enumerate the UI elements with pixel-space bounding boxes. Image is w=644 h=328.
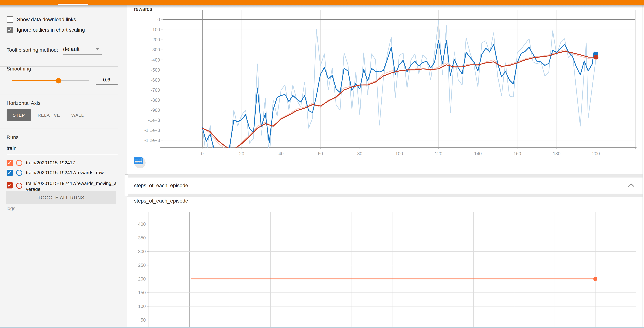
run-checkbox[interactable]: ✓ [6, 170, 13, 176]
svg-text:300: 300 [138, 249, 146, 254]
run-checkbox[interactable]: ✓ [6, 182, 13, 188]
svg-text:250: 250 [138, 263, 146, 268]
fit-to-data-icon [134, 157, 143, 164]
scalars-dashboard: rewards 0-100-200-300-400-500-600-700-80… [127, 5, 643, 328]
svg-text:-400: -400 [151, 57, 160, 62]
svg-text:-600: -600 [151, 77, 160, 83]
axis-button-step[interactable]: STEP [6, 109, 31, 121]
svg-text:-200: -200 [151, 37, 160, 42]
logdir-label: logs [6, 206, 15, 211]
svg-text:100: 100 [395, 151, 403, 156]
section-header-steps-of-each-episode[interactable]: steps_of_each_episode [127, 177, 642, 194]
section-title: steps_of_each_episode [134, 183, 188, 188]
run-row[interactable]: ✓ train/20201015-192417/rewards_moving_a… [6, 180, 118, 192]
rewards-chart-card: rewards 0-100-200-300-400-500-600-700-80… [127, 5, 642, 174]
svg-text:180: 180 [553, 151, 560, 156]
svg-text:60: 60 [318, 151, 323, 156]
tooltip-sorting-value: default [63, 46, 80, 52]
svg-text:140: 140 [474, 151, 482, 156]
svg-text:40: 40 [278, 151, 284, 156]
svg-text:-1e+3: -1e+3 [148, 118, 160, 123]
sidebar-scrollbar-thumb[interactable] [125, 174, 128, 196]
svg-text:-900: -900 [151, 108, 160, 113]
runs-label: Runs [6, 134, 18, 140]
run-label: train/20201015-192417 [26, 160, 75, 166]
svg-text:400: 400 [138, 221, 146, 227]
checkbox-label: Show data download links [17, 17, 76, 22]
runs-filter-input[interactable] [6, 145, 116, 151]
dropdown-arrow-icon[interactable] [95, 48, 99, 50]
svg-text:-700: -700 [151, 87, 160, 93]
active-tab-indicator [58, 4, 88, 5]
smoothing-label: Smoothing [6, 66, 31, 72]
collapse-chevron-icon[interactable] [628, 183, 635, 187]
page-scrollbar-gutter[interactable] [642, 5, 644, 328]
smoothing-slider-fill [12, 80, 58, 81]
svg-text:-100: -100 [151, 27, 160, 32]
svg-text:350: 350 [138, 235, 146, 240]
steps-line-chart[interactable]: 40035030025020015010050 [127, 197, 642, 328]
checkbox-label: Ignore outliers in chart scaling [17, 27, 85, 33]
tooltip-sorting-dropdown[interactable]: default [63, 46, 80, 52]
svg-text:-800: -800 [151, 98, 160, 103]
check-icon: ✓ [8, 160, 12, 165]
rewards-line-chart[interactable]: 0-100-200-300-400-500-600-700-800-900-1e… [127, 5, 642, 174]
svg-text:160: 160 [514, 151, 521, 156]
runs-filter-underline [6, 154, 118, 154]
svg-text:120: 120 [435, 151, 442, 156]
check-icon: ✓ [8, 27, 12, 33]
svg-text:-1.1e+3: -1.1e+3 [144, 128, 160, 133]
svg-text:200: 200 [592, 151, 600, 156]
horizontal-scrollbar[interactable] [0, 327, 644, 328]
run-label: train/20201015-192417/rewards_moving_ave… [26, 180, 118, 192]
axis-button-wall[interactable]: WALL [70, 109, 85, 121]
svg-text:150: 150 [138, 290, 146, 295]
show-download-links-checkbox[interactable] [6, 16, 13, 23]
toggle-all-runs-button[interactable]: TOGGLE ALL RUNS [6, 191, 116, 204]
svg-text:100: 100 [138, 304, 146, 309]
tooltip-sorting-label: Tooltip sorting method: [6, 47, 58, 53]
run-label: train/20201015-192417/rewards_raw [26, 170, 104, 175]
run-row[interactable]: ✓ train/20201015-192417/rewards_raw [6, 170, 104, 176]
show-download-links-checkbox-row[interactable]: Show data download links [6, 16, 76, 23]
chart-toolbar [134, 157, 153, 168]
svg-text:-500: -500 [151, 67, 160, 72]
smoothing-slider-thumb[interactable] [56, 78, 61, 83]
svg-text:-1.2e+3: -1.2e+3 [144, 138, 160, 143]
svg-text:-300: -300 [151, 47, 160, 52]
axis-button-relative[interactable]: RELATIVE [38, 109, 60, 121]
svg-text:0: 0 [201, 151, 204, 156]
app-bar [0, 0, 644, 5]
run-radio[interactable] [16, 183, 22, 189]
settings-sidebar: Show data download links ✓ Ignore outlie… [0, 5, 127, 328]
svg-text:0: 0 [158, 17, 160, 22]
run-checkbox[interactable]: ✓ [6, 160, 13, 166]
check-icon: ✓ [8, 170, 12, 175]
smoothing-slider[interactable] [12, 80, 90, 81]
svg-text:200: 200 [138, 276, 146, 281]
steps-chart-card: steps_of_each_episode 400350300250200150… [127, 197, 642, 328]
ignore-outliers-checkbox[interactable]: ✓ [6, 27, 13, 33]
horizontal-axis-label: Horizontal Axis [6, 100, 40, 106]
run-radio[interactable] [16, 170, 22, 176]
run-radio[interactable] [16, 160, 22, 166]
dropdown-underline [63, 54, 102, 55]
ignore-outliers-checkbox-row[interactable]: ✓ Ignore outliers in chart scaling [6, 27, 85, 33]
svg-text:20: 20 [239, 151, 244, 156]
divider [0, 129, 118, 129]
smoothing-value-field[interactable]: 0.6 [96, 77, 118, 85]
run-row[interactable]: ✓ train/20201015-192417 [6, 160, 75, 166]
divider [0, 94, 118, 94]
svg-text:80: 80 [357, 151, 362, 156]
svg-text:50: 50 [140, 318, 146, 323]
check-icon: ✓ [8, 183, 12, 188]
